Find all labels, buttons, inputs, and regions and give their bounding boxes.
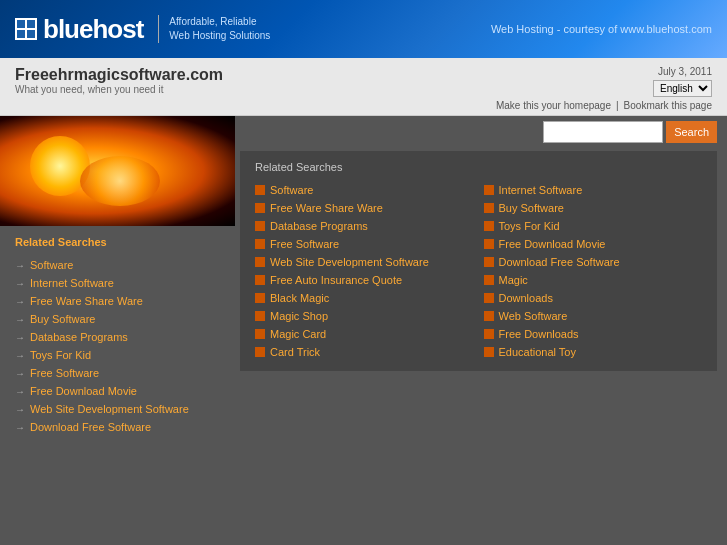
orange-square-icon <box>255 221 265 231</box>
site-header-right: July 3, 2011 English Make this your home… <box>496 66 712 111</box>
hero-image <box>0 116 235 226</box>
orange-square-icon <box>255 257 265 267</box>
result-link-web-software[interactable]: Web Software <box>499 310 568 322</box>
site-date: July 3, 2011 <box>496 66 712 77</box>
bluehost-logo: bluehost <box>15 14 143 45</box>
make-homepage-link[interactable]: Make this your homepage <box>496 100 611 111</box>
list-item: Buy Software <box>484 199 703 217</box>
orange-square-icon <box>255 203 265 213</box>
header-links: Make this your homepage | Bookmark this … <box>496 100 712 111</box>
bluehost-name: bluehost <box>43 14 143 45</box>
orange-square-icon <box>484 293 494 303</box>
result-link-download-free-software[interactable]: Download Free Software <box>499 256 620 268</box>
result-link-card-trick[interactable]: Card Trick <box>270 346 320 358</box>
result-link-free-downloads[interactable]: Free Downloads <box>499 328 579 340</box>
list-item: Black Magic <box>255 289 474 307</box>
result-link-black-magic[interactable]: Black Magic <box>270 292 329 304</box>
list-item: Card Trick <box>255 343 474 361</box>
list-item: Internet Software <box>484 181 703 199</box>
bluehost-tagline: Affordable, Reliable Web Hosting Solutio… <box>158 15 270 43</box>
sidebar-link-download-free[interactable]: Download Free Software <box>15 421 220 433</box>
site-title-area: Freeehrmagicsoftware.com What you need, … <box>15 66 223 95</box>
sidebar-link-internet-software[interactable]: Internet Software <box>15 277 220 289</box>
orange-square-icon <box>255 185 265 195</box>
list-item: Buy Software <box>15 310 220 328</box>
list-item: Web Site Development Software <box>15 400 220 418</box>
orange-square-icon <box>484 221 494 231</box>
result-link-downloads[interactable]: Downloads <box>499 292 553 304</box>
list-item: Web Software <box>484 307 703 325</box>
sidebar-link-software[interactable]: Software <box>15 259 220 271</box>
related-col-2: Internet Software Buy Software Toys For … <box>484 181 703 361</box>
list-item: Free Software <box>15 364 220 382</box>
sidebar-link-database[interactable]: Database Programs <box>15 331 220 343</box>
result-link-buy-software[interactable]: Buy Software <box>499 202 564 214</box>
list-item: Downloads <box>484 289 703 307</box>
list-item: Download Free Software <box>484 253 703 271</box>
orange-square-icon <box>484 311 494 321</box>
list-item: Free Software <box>255 235 474 253</box>
list-item: Educational Toy <box>484 343 703 361</box>
result-link-magic-shop[interactable]: Magic Shop <box>270 310 328 322</box>
search-button[interactable]: Search <box>666 121 717 143</box>
list-item: Free Download Movie <box>15 382 220 400</box>
list-item: Free Ware Share Ware <box>255 199 474 217</box>
sidebar-link-toys[interactable]: Toys For Kid <box>15 349 220 361</box>
list-item: Free Auto Insurance Quote <box>255 271 474 289</box>
list-item: Free Download Movie <box>484 235 703 253</box>
list-item: Magic Card <box>255 325 474 343</box>
search-box-area: Search <box>543 121 717 143</box>
list-item: Software <box>15 256 220 274</box>
result-link-freeware[interactable]: Free Ware Share Ware <box>270 202 383 214</box>
related-panel: Related Searches Software Free Ware Shar… <box>240 151 717 371</box>
orange-square-icon <box>255 293 265 303</box>
left-related-label: Related Searches <box>15 236 220 248</box>
left-sidebar: Related Searches Software Internet Softw… <box>0 226 235 545</box>
list-item: Database Programs <box>15 328 220 346</box>
result-link-free-download-movie[interactable]: Free Download Movie <box>499 238 606 250</box>
result-link-database[interactable]: Database Programs <box>270 220 368 232</box>
orange-square-icon <box>484 185 494 195</box>
bluehost-hosting-text: Web Hosting - courtesy of www.bluehost.c… <box>491 23 712 35</box>
result-link-internet-software[interactable]: Internet Software <box>499 184 583 196</box>
list-item: Internet Software <box>15 274 220 292</box>
result-link-web-dev[interactable]: Web Site Development Software <box>270 256 429 268</box>
result-link-educational-toy[interactable]: Educational Toy <box>499 346 576 358</box>
result-link-auto-insurance[interactable]: Free Auto Insurance Quote <box>270 274 402 286</box>
result-link-magic[interactable]: Magic <box>499 274 528 286</box>
related-columns: Software Free Ware Share Ware Database P… <box>255 181 702 361</box>
bluehost-grid-icon <box>15 18 37 40</box>
main-wrapper: Freeehrmagicsoftware.com What you need, … <box>0 58 727 545</box>
sidebar-link-buy-software[interactable]: Buy Software <box>15 313 220 325</box>
search-input[interactable] <box>543 121 663 143</box>
orange-square-icon <box>255 275 265 285</box>
bluehost-header: bluehost Affordable, Reliable Web Hostin… <box>0 0 727 58</box>
result-link-magic-card[interactable]: Magic Card <box>270 328 326 340</box>
site-title: Freeehrmagicsoftware.com <box>15 66 223 84</box>
sidebar-link-free-download-movie[interactable]: Free Download Movie <box>15 385 220 397</box>
result-link-software[interactable]: Software <box>270 184 313 196</box>
related-col-2-list: Internet Software Buy Software Toys For … <box>484 181 703 361</box>
related-col-1: Software Free Ware Share Ware Database P… <box>255 181 474 361</box>
list-item: Database Programs <box>255 217 474 235</box>
orange-square-icon <box>255 347 265 357</box>
language-select[interactable]: English <box>653 80 712 97</box>
sidebar-link-freeware[interactable]: Free Ware Share Ware <box>15 295 220 307</box>
related-col-1-list: Software Free Ware Share Ware Database P… <box>255 181 474 361</box>
list-item: Magic Shop <box>255 307 474 325</box>
content-area: Related Searches Software Internet Softw… <box>0 116 727 545</box>
result-link-free-software[interactable]: Free Software <box>270 238 339 250</box>
site-header: Freeehrmagicsoftware.com What you need, … <box>0 58 727 116</box>
list-item: Free Downloads <box>484 325 703 343</box>
orange-square-icon <box>484 203 494 213</box>
result-link-toys-for-kid[interactable]: Toys For Kid <box>499 220 560 232</box>
list-item: Toys For Kid <box>15 346 220 364</box>
orange-square-icon <box>484 329 494 339</box>
sidebar-link-free-software[interactable]: Free Software <box>15 367 220 379</box>
sidebar-link-web-dev[interactable]: Web Site Development Software <box>15 403 220 415</box>
list-item: Magic <box>484 271 703 289</box>
list-item: Download Free Software <box>15 418 220 436</box>
orange-square-icon <box>484 275 494 285</box>
related-title: Related Searches <box>255 161 702 173</box>
bookmark-link[interactable]: Bookmark this page <box>624 100 712 111</box>
